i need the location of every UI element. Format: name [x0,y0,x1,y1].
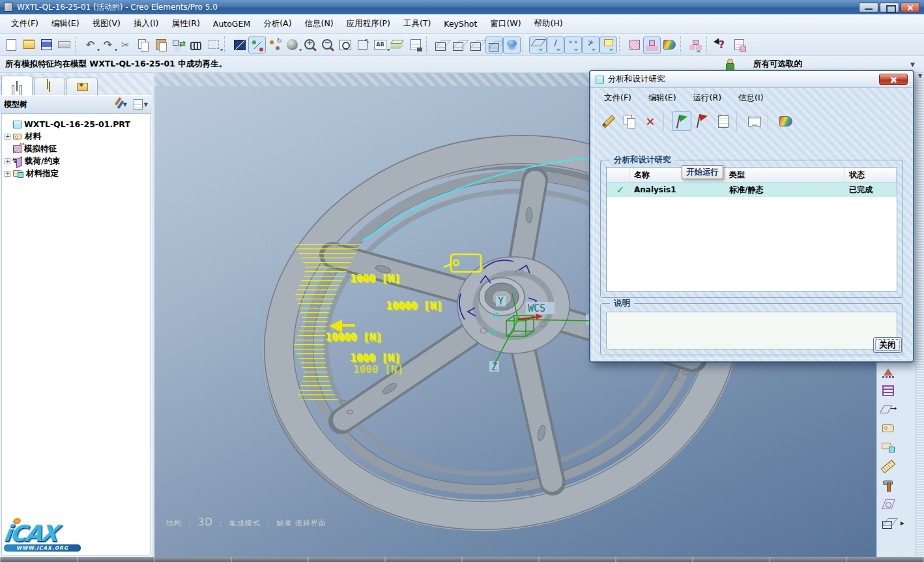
start-run-icon[interactable] [672,111,691,131]
open-file-icon[interactable] [20,37,38,53]
review-results-icon[interactable] [776,111,796,131]
datum-csys-display-icon[interactable] [582,37,599,53]
redo-icon[interactable] [99,37,117,53]
reorient-view-icon[interactable] [354,37,371,53]
expand-icon[interactable]: + [5,171,10,177]
dialog-menu-edit[interactable]: 编辑(E) [648,93,676,104]
find-icon[interactable] [187,37,205,53]
menu-insert[interactable]: 插入(I) [128,16,164,32]
menu-info[interactable]: 信息(N) [299,16,339,32]
layers-icon[interactable] [389,37,407,53]
sim-results-icon[interactable] [661,37,678,53]
sim-display-entities-icon[interactable] [687,37,704,53]
spin-center-icon[interactable] [248,37,266,53]
paste-icon[interactable] [152,37,169,53]
surface-region-icon[interactable] [880,496,897,512]
datum-axis-display-icon[interactable] [547,37,564,53]
connection-icon[interactable] [880,383,897,398]
column-type[interactable]: 类型 [725,168,845,182]
tab-model-tree[interactable] [1,76,33,95]
close-dialog-button[interactable]: 关闭 [873,337,902,353]
close-button[interactable] [901,3,920,12]
sim-loads-display-icon[interactable] [643,37,661,53]
view-manager-icon[interactable] [407,37,424,53]
tree-node-material-assignment[interactable]: + 材料指定 [5,168,147,180]
sim-mesh-display-icon[interactable] [626,37,643,53]
menu-window[interactable]: 窗口(W) [484,16,527,32]
description-field[interactable] [606,312,897,349]
tree-node-sim-features[interactable]: 模拟特征 [5,143,147,155]
menu-analysis[interactable]: 分析(A) [257,16,297,32]
tree-node-loads-constraints[interactable]: + 载荷/约束 [5,155,147,168]
material-assignment-icon[interactable] [880,439,897,455]
select-box-icon[interactable] [205,37,222,53]
dialog-close-icon[interactable] [879,74,908,85]
edit-study-icon[interactable] [599,111,618,131]
context-help-icon[interactable] [713,37,730,53]
table-row[interactable]: ✓ Analysis1 标准/静态 已完成 [607,183,897,197]
print-icon[interactable] [55,37,73,53]
no-hidden-icon[interactable] [468,37,485,53]
chevron-down-icon[interactable]: ▼ [916,73,924,80]
menu-tools[interactable]: 工具(T) [397,16,437,32]
flyout-arrow-icon[interactable]: ▶ [901,520,904,526]
stop-run-icon[interactable] [693,111,712,131]
menu-view[interactable]: 视图(V) [87,16,126,32]
enhanced-realism-icon[interactable] [503,37,521,53]
regenerate-icon[interactable] [169,37,187,53]
menu-applications[interactable]: 应用程序(P) [341,16,396,32]
zoom-fit-icon[interactable] [336,37,354,53]
dialog-menu-file[interactable]: 文件(F) [604,93,631,104]
tree-node-root[interactable]: WXTL-QL-16-25-01.PRT [5,118,147,130]
autogem-icon[interactable] [880,477,897,493]
menu-file[interactable]: 文件(F) [5,16,44,32]
taskbar-sliver[interactable] [0,557,924,562]
saved-views-icon[interactable] [371,37,389,53]
datum-point-display-icon[interactable] [564,37,582,53]
copy-study-icon[interactable] [620,111,639,131]
dialog-title-bar[interactable]: 分析和设计研究 [590,71,913,88]
force-load-icon[interactable] [880,402,897,417]
zoom-out-icon[interactable] [319,37,336,53]
selection-filter-dropdown[interactable]: 所有可选取的 ▼ [749,57,919,71]
annotation-display-icon[interactable] [599,37,617,53]
repaint-icon[interactable] [231,37,248,53]
menu-help[interactable]: 帮助(H) [528,16,569,32]
menu-mapper-icon[interactable] [730,37,748,53]
shaded-icon[interactable] [485,37,503,53]
expand-icon[interactable]: + [5,134,10,140]
hidden-line-icon[interactable] [450,37,468,53]
maximize-button[interactable] [880,3,899,12]
expand-icon[interactable]: + [5,158,10,164]
column-status[interactable]: 状态 [845,168,897,182]
cut-icon[interactable] [117,37,134,53]
datum-plane-display-icon[interactable] [529,37,547,53]
measure-icon[interactable] [880,458,897,474]
copy-icon[interactable] [134,37,152,53]
tab-folder-browser[interactable] [34,78,65,95]
tree-show-button[interactable]: ▼ [134,99,148,110]
new-file-icon[interactable] [3,37,20,53]
title-bar[interactable]: WXTL-QL-16-25-01 (活动的) - Creo Elements/P… [0,0,924,14]
minimize-button[interactable] [859,3,878,12]
displacement-constraint-icon[interactable] [880,364,897,379]
zoom-in-icon[interactable] [301,37,319,53]
save-icon[interactable] [38,37,55,53]
menu-edit[interactable]: 编辑(E) [46,16,85,32]
menu-keyshot[interactable]: KeyShot [438,16,483,31]
dialog-menu-run[interactable]: 运行(R) [693,93,721,104]
tree-node-material[interactable]: + 材料 [5,130,147,143]
render-style-icon[interactable] [283,37,301,53]
delete-study-icon[interactable] [641,111,660,131]
menu-autogem[interactable]: AutoGEM [207,16,256,31]
volume-region-icon[interactable]: ▶ [880,515,897,531]
display-settings-icon[interactable] [745,111,764,131]
study-status-icon[interactable] [714,111,733,131]
wireframe-icon[interactable] [433,37,450,53]
dialog-menu-info[interactable]: 信息(I) [738,93,763,104]
orient-mode-icon[interactable] [266,37,283,53]
tab-favorites[interactable] [66,78,98,95]
tree-settings-button[interactable]: ▼ [119,100,127,109]
material-icon[interactable] [880,421,897,436]
undo-icon[interactable] [81,37,99,53]
